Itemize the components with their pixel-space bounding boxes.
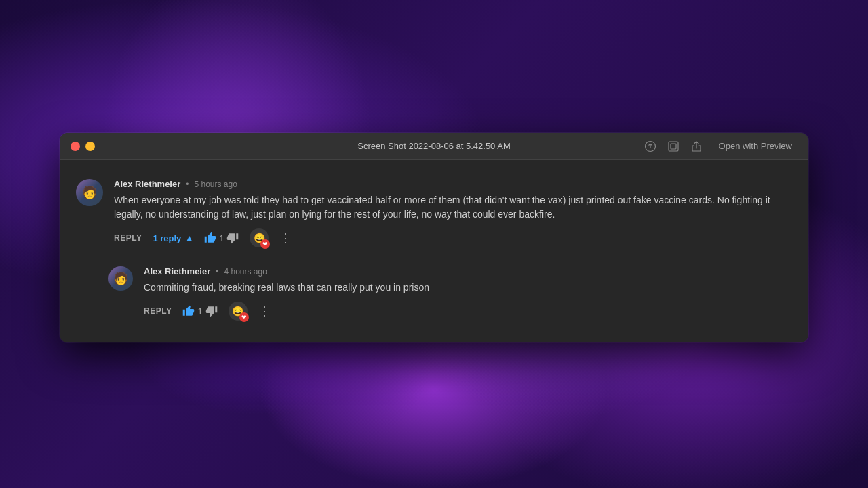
reply-comment-item: 🧑 Alex Riethmeier • 4 hours ago Commitin… (108, 261, 792, 326)
close-button[interactable]: × (71, 142, 80, 151)
reply-comment-header: Alex Riethmeier • 4 hours ago (144, 266, 792, 277)
comment-body: Alex Riethmeier • 5 hours ago When every… (114, 179, 792, 247)
reply-heart-badge: ❤ (239, 312, 249, 322)
heart-badge: ❤ (260, 239, 270, 249)
window-titlebar: × – Screen Shot 2022-08-06 at 5.42.50 AM (60, 133, 808, 160)
comment-text: When everyone at my job was told they ha… (114, 193, 792, 222)
comment-thread: 🧑 Alex Riethmeier • 5 hours ago When eve… (76, 174, 792, 326)
replies-count: 1 reply (153, 233, 181, 243)
minimize-button[interactable]: – (85, 142, 95, 151)
reply-comment-author: Alex Riethmeier (144, 266, 210, 277)
reply-comment-actions: REPLY 1 (144, 302, 792, 321)
like-count: 1 (219, 233, 224, 243)
like-group: 1 (204, 232, 239, 244)
minimize-icon: – (88, 143, 92, 150)
quick-look-window: × – Screen Shot 2022-08-06 at 5.42.50 AM (60, 133, 808, 342)
thumbs-up-button[interactable] (204, 232, 216, 244)
open-with-preview-button[interactable]: Open with Preview (713, 138, 797, 154)
reply-comment-body: Alex Riethmeier • 4 hours ago Commiting … (144, 266, 792, 321)
svg-rect-2 (671, 144, 676, 149)
reply-comment-text: Commiting fraud, breaking real laws that… (144, 281, 792, 295)
reply-more-options-button[interactable]: ⋮ (258, 304, 271, 319)
comment-dot: • (186, 180, 189, 189)
more-icon: ⋮ (279, 230, 292, 245)
svg-rect-1 (669, 142, 678, 151)
comment-header: Alex Riethmeier • 5 hours ago (114, 179, 792, 189)
comment-author: Alex Riethmeier (114, 179, 180, 189)
reply-like-group: 1 (182, 305, 217, 317)
share-icon[interactable] (690, 140, 703, 152)
window-content: 🧑 Alex Riethmeier • 5 hours ago When eve… (60, 160, 808, 342)
window-title: Screen Shot 2022-08-06 at 5.42.50 AM (357, 141, 511, 151)
avatar-image: 🧑 (76, 179, 103, 206)
reply-like-count: 1 (197, 306, 202, 317)
reply-more-icon: ⋮ (258, 304, 271, 319)
reply-avatar: 🧑 (108, 266, 133, 291)
more-options-button[interactable]: ⋮ (279, 230, 292, 245)
replies-toggle-button[interactable]: 1 reply ▲ (153, 233, 193, 243)
reply-thumbs-down-button[interactable] (205, 305, 218, 317)
window-controls: × – (71, 142, 95, 151)
reply-reply-button[interactable]: REPLY (144, 306, 172, 316)
comment-actions: REPLY 1 reply ▲ 1 (114, 228, 792, 247)
emoji-reaction-button[interactable]: 😄 ❤ (250, 228, 269, 247)
close-icon: × (73, 143, 77, 150)
titlebar-actions: Open with Preview (644, 138, 797, 154)
thumbs-down-button[interactable] (226, 232, 239, 244)
reply-emoji-reaction-button[interactable]: 😄 ❤ (229, 302, 248, 321)
avatar: 🧑 (76, 179, 103, 206)
expand-icon[interactable] (667, 140, 679, 152)
reply-thumbs-up-button[interactable] (182, 305, 195, 317)
chevron-up-icon: ▲ (185, 233, 193, 243)
reply-avatar-image: 🧑 (108, 266, 133, 291)
rotate-icon[interactable] (644, 140, 656, 152)
comment-time: 5 hours ago (194, 180, 237, 189)
reply-comment-dot: • (216, 267, 218, 277)
reply-button[interactable]: REPLY (114, 233, 142, 243)
comment-item: 🧑 Alex Riethmeier • 5 hours ago When eve… (76, 174, 792, 253)
reply-comment-time: 4 hours ago (224, 267, 267, 277)
